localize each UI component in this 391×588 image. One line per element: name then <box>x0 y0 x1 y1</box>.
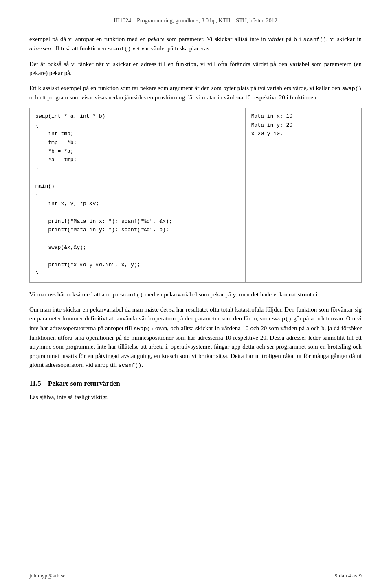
code-table: swap(int * a, int * b) { int tmp; tmp = … <box>29 108 362 282</box>
paragraph-4: Vi roar oss här också med att anropa sca… <box>29 290 362 299</box>
code-block-right: Mata in x: 10 Mata in y: 20 x=20 y=10. <box>251 112 356 138</box>
p1-em-2: värdet <box>268 36 283 42</box>
p1-text-3: på <box>283 36 294 42</box>
code-table-row: swap(int * a, int * b) { int tmp; tmp = … <box>30 108 362 282</box>
p1-text-1: exempel på då vi anropar en funktion med… <box>29 36 148 42</box>
footer-email: johnnyp@kth.se <box>29 572 66 580</box>
p5-code-3: b <box>326 316 329 322</box>
p5-code-4: swap() <box>134 326 154 332</box>
p1-text-7: så att funktionen <box>64 45 108 52</box>
p4-code-2: y <box>233 292 236 298</box>
p3-text-2: och ett program som visar visas nedan jä… <box>29 94 318 101</box>
p1-text-5: , vi skickar in <box>326 36 362 42</box>
p5-code-1: swap() <box>272 316 292 322</box>
p3-text-1: Ett klassiskt exempel på en funktion som… <box>29 85 342 91</box>
p5-text-3: och <box>314 315 326 322</box>
p2-text: Det är också så vi tänker när vi skickar… <box>29 61 362 77</box>
p3-code: swap() <box>342 86 362 92</box>
p4-text-3: , men det hade vi kunnat strunta i. <box>236 291 319 298</box>
p1-text-6: till <box>51 45 61 52</box>
p1-em-1: pekare <box>148 36 164 42</box>
page: HI1024 – Programmering, grundkurs, 8.0 h… <box>0 0 391 588</box>
p5-text-6: . <box>141 362 143 368</box>
p1-text-2: som parameter. Vi skickar alltså inte in <box>164 36 268 42</box>
p4-code-1: scanf() <box>120 292 143 298</box>
p1-code-2: scanf() <box>303 37 326 43</box>
code-block-left: swap(int * a, int * b) { int tmp; tmp = … <box>35 112 239 278</box>
footer-page: Sidan 4 av 9 <box>334 572 362 580</box>
page-footer: johnnyp@kth.se Sidan 4 av 9 <box>29 569 362 580</box>
p5-code-2: a <box>311 316 314 322</box>
page-header: HI1024 – Programmering, grundkurs, 8.0 h… <box>29 16 362 25</box>
p1-code-4: scanf() <box>108 46 131 52</box>
p1-text-9: ska placeras. <box>178 45 211 52</box>
p6-text: Läs själva, inte så fasligt viktigt. <box>29 394 109 400</box>
paragraph-5: Om man inte skickar en pekarvariabel då … <box>29 305 362 370</box>
paragraph-6: Läs själva, inte så fasligt viktigt. <box>29 393 362 402</box>
p4-text-1: Vi roar oss här också med att anropa <box>29 291 120 298</box>
p5-code-5: scanf() <box>119 362 142 369</box>
p1-text-8: vet var värdet på <box>131 45 175 52</box>
p1-code-1: b <box>294 37 297 43</box>
p5-text-2: gör på <box>292 315 310 322</box>
section-heading: 11.5 – Pekare som returvärden <box>29 378 362 389</box>
p4-text-2: med en pekarvariabel som pekar på <box>143 291 233 298</box>
p1-text-4: i <box>297 36 303 42</box>
header-title: HI1024 – Programmering, grundkurs, 8.0 h… <box>114 18 277 24</box>
paragraph-2: Det är också så vi tänker när vi skickar… <box>29 59 362 78</box>
p1-code-3: b <box>61 46 64 52</box>
section-heading-text: 11.5 – Pekare som returvärden <box>29 380 120 387</box>
code-cell-left: swap(int * a, int * b) { int tmp; tmp = … <box>30 108 246 282</box>
code-cell-right: Mata in x: 10 Mata in y: 20 x=20 y=10. <box>245 108 361 282</box>
paragraph-3: Ett klassiskt exempel på en funktion som… <box>29 83 362 102</box>
paragraph-1: exempel på då vi anropar en funktion med… <box>29 35 362 54</box>
p1-em-3: adressen <box>29 45 51 52</box>
